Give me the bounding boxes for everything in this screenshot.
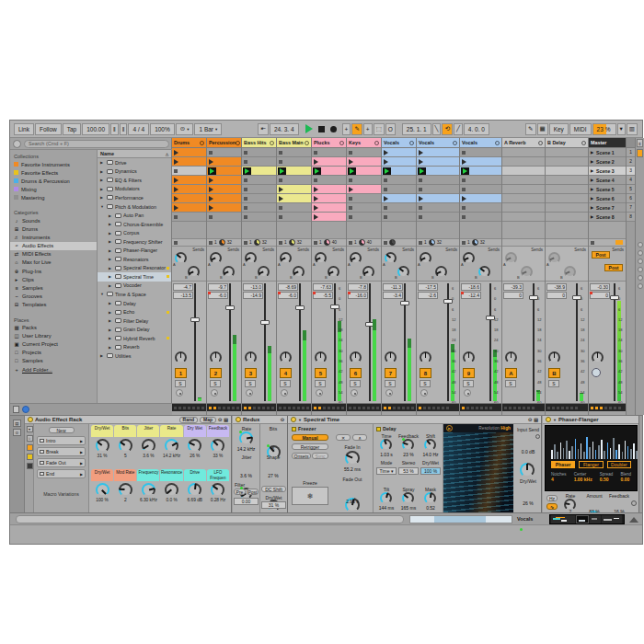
clip-play-icon[interactable] xyxy=(174,187,178,192)
clip-slot[interactable] xyxy=(382,157,416,167)
delay-feedback-knob[interactable] xyxy=(402,439,414,451)
clip-stop-icon[interactable] xyxy=(384,188,387,191)
clip-slot[interactable] xyxy=(172,157,206,167)
tree-arrow-icon[interactable]: ▼ xyxy=(100,292,105,296)
clip-slot[interactable] xyxy=(382,203,416,213)
clip-slot[interactable] xyxy=(417,194,459,203)
tree-arrow-icon[interactable]: ▶ xyxy=(100,169,105,174)
tree-item-pitch-modulation[interactable]: ▼Pitch & Modulation xyxy=(98,202,171,212)
arrangement-position-field[interactable]: 24. 3. 4 xyxy=(270,123,299,135)
track-menu-icon[interactable] xyxy=(374,141,379,145)
volume-fader-handle[interactable] xyxy=(260,320,270,325)
delay-mask-knob[interactable] xyxy=(424,492,436,504)
arm-monitor-button[interactable] xyxy=(385,389,393,397)
send-b-knob[interactable] xyxy=(293,266,305,278)
volume-field[interactable]: 0 xyxy=(546,292,567,299)
macro-label[interactable]: Dry Wet xyxy=(184,425,206,437)
follow-arrangement-button[interactable]: ⇤ xyxy=(258,123,268,135)
pan-knob[interactable] xyxy=(175,351,187,363)
fader-track[interactable] xyxy=(614,283,615,401)
send-b-knob[interactable] xyxy=(328,266,339,278)
playing-clip-button[interactable] xyxy=(313,167,321,175)
tree-item-grain-delay[interactable]: ▶Grain Delay xyxy=(98,325,171,334)
metronome-button[interactable]: ⊙▾ xyxy=(176,123,194,135)
clip-play-icon[interactable] xyxy=(279,187,283,192)
scene-play-icon[interactable]: ▶ xyxy=(591,214,593,219)
clip-play-icon[interactable] xyxy=(209,205,213,211)
clip-play-icon[interactable] xyxy=(174,178,178,183)
phaser-fold-icon[interactable]: ▼ xyxy=(553,418,557,422)
param-value[interactable]: 0.50 xyxy=(600,477,614,482)
scene-number[interactable]: 6 xyxy=(627,194,635,203)
clip-slot[interactable] xyxy=(417,157,459,167)
sidebar-item-favorite-instruments[interactable]: Favorite Instruments xyxy=(10,160,97,168)
redux-dc-shift-button[interactable]: DC Shift xyxy=(261,486,286,492)
sidebar-item-audio-effects[interactable]: ≈Audio Effects xyxy=(10,242,97,250)
clip-stop-icon[interactable] xyxy=(384,215,387,219)
clip-slot[interactable] xyxy=(546,213,588,222)
clip-stop-icon[interactable] xyxy=(209,215,213,219)
play-button[interactable] xyxy=(305,124,313,133)
volume-field[interactable]: -16.0 xyxy=(348,292,368,299)
macro-knob[interactable] xyxy=(142,439,155,453)
clip-slot[interactable] xyxy=(546,185,588,194)
clip-play-icon[interactable] xyxy=(384,150,388,155)
clip-play-icon[interactable] xyxy=(314,196,318,201)
clip-slot[interactable] xyxy=(312,185,346,194)
volume-fader-handle[interactable] xyxy=(225,305,235,310)
tree-item-modulators[interactable]: ▶Modulators xyxy=(98,185,171,194)
macro-knob[interactable] xyxy=(165,483,178,497)
clip-slot[interactable] xyxy=(312,148,346,157)
solo-button[interactable]: S xyxy=(463,380,474,387)
scene-slot[interactable]: ▶Scene 8 xyxy=(589,213,626,222)
fader-track[interactable] xyxy=(264,283,266,401)
scene-number[interactable]: 8 xyxy=(627,213,635,222)
scene-play-icon[interactable]: ▶ xyxy=(591,159,593,164)
track-header[interactable]: A Reverb xyxy=(502,138,545,148)
clip-slot[interactable] xyxy=(242,157,276,167)
variation-row-break[interactable]: Break▶ xyxy=(37,447,86,456)
param-value[interactable]: 4 xyxy=(551,477,567,482)
tree-item-filter-delay[interactable]: ▶Filter Delay xyxy=(98,316,171,326)
tree-arrow-icon[interactable]: ▶ xyxy=(100,160,105,165)
tree-item-resonators[interactable]: ▶Resonators xyxy=(98,255,171,264)
clip-slot[interactable] xyxy=(347,194,381,203)
spectral-fold-icon[interactable]: ▼ xyxy=(298,418,302,422)
sidebar-item-templates[interactable]: ⊟Templates xyxy=(10,300,97,308)
send-a-knob[interactable] xyxy=(315,252,327,264)
rack-macros-button[interactable] xyxy=(27,444,33,451)
scene-slot[interactable]: ▶Scene 3 xyxy=(589,167,626,176)
key-map-button[interactable]: Key xyxy=(549,123,569,135)
clip-slot[interactable] xyxy=(242,185,276,194)
rack-rand-button[interactable]: Rand xyxy=(179,417,199,423)
track-header[interactable]: Percussion xyxy=(207,138,241,148)
clip-stop-icon[interactable] xyxy=(419,206,422,210)
clip-stop-icon[interactable] xyxy=(244,160,247,164)
track-header[interactable]: B Delay xyxy=(546,138,588,148)
clip-play-icon[interactable] xyxy=(314,214,318,220)
fader-track[interactable] xyxy=(299,283,301,401)
pan-knob[interactable] xyxy=(385,351,397,363)
clip-stop-icon[interactable] xyxy=(279,241,282,245)
track-header[interactable]: Keys xyxy=(347,138,381,148)
sidebar-item-projects[interactable]: □Projects xyxy=(10,349,97,357)
tree-arrow-icon[interactable]: ▶ xyxy=(109,239,113,244)
device-zoom-scrollbar[interactable] xyxy=(409,515,512,523)
clip-play-icon[interactable] xyxy=(419,196,423,201)
volume-field[interactable]: -12.4 xyxy=(461,292,481,299)
sidebar-item-add-folder-[interactable]: +Add Folder... xyxy=(10,365,97,374)
pan-knob[interactable] xyxy=(315,351,327,363)
clip-slot[interactable] xyxy=(502,203,545,213)
track-activator[interactable]: 1 xyxy=(175,368,187,378)
track-menu-icon[interactable] xyxy=(339,141,344,145)
tree-arrow-icon[interactable]: ▶ xyxy=(109,283,113,288)
zoom-scroll-handle[interactable] xyxy=(434,516,486,523)
scene-number[interactable]: 2 xyxy=(627,157,635,167)
sidebar-item-midi-effects[interactable]: ⇄MIDI Effects xyxy=(10,250,97,259)
tree-arrow-icon[interactable]: ▶ xyxy=(109,310,113,315)
scene-play-icon[interactable]: ▶ xyxy=(591,168,593,173)
playing-clip-button[interactable] xyxy=(243,167,251,175)
clip-stop-icon[interactable] xyxy=(244,188,247,191)
stop-all-clips-button[interactable] xyxy=(591,241,594,245)
scene-slot[interactable]: ▶Scene 6 xyxy=(589,194,626,203)
